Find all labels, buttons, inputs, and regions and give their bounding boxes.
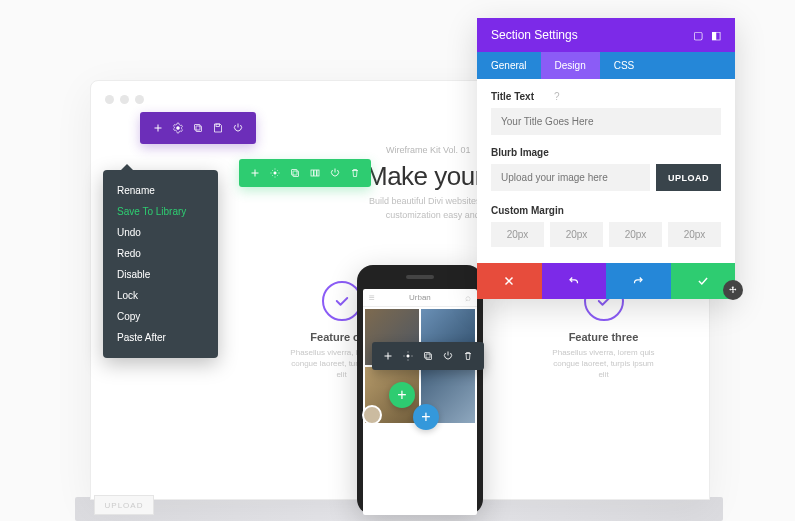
row-toolbar[interactable] [239, 159, 371, 187]
blurb-image-input[interactable] [491, 164, 650, 191]
margin-input-3[interactable]: 20px [668, 222, 721, 247]
settings-header[interactable]: Section Settings ▢ ◧ [477, 18, 735, 52]
add-icon[interactable] [378, 346, 398, 366]
trash-icon[interactable] [458, 346, 478, 366]
settings-footer [477, 263, 735, 299]
phone-search-text: Urban [409, 293, 431, 302]
context-menu[interactable]: RenameSave To LibraryUndoRedoDisableLock… [103, 170, 218, 358]
svg-rect-5 [293, 171, 299, 177]
margin-input-2[interactable]: 20px [609, 222, 662, 247]
section-toolbar[interactable] [140, 112, 256, 144]
svg-rect-11 [426, 354, 432, 360]
menu-icon[interactable]: ≡ [369, 292, 375, 303]
title-text-label: Title Text ? [491, 91, 721, 102]
svg-point-4 [274, 172, 277, 175]
custom-margin-label: Custom Margin [491, 205, 721, 216]
margin-inputs: 20px20px20px20px [491, 222, 721, 247]
context-menu-item-undo[interactable]: Undo [103, 222, 218, 243]
expand-icon[interactable]: ▢ [693, 29, 703, 42]
title-text-input[interactable] [491, 108, 721, 135]
add-row-button[interactable]: + [413, 404, 439, 430]
avatar [362, 405, 382, 425]
checkmark-circle-icon [322, 281, 362, 321]
feature-three-title: Feature three [548, 331, 659, 343]
tab-general[interactable]: General [477, 52, 541, 79]
upload-button[interactable]: UPLOAD [656, 164, 721, 191]
svg-rect-12 [425, 353, 431, 359]
settings-body: Title Text ? Blurb Image UPLOAD Custom M… [477, 79, 735, 263]
duplicate-icon[interactable] [418, 346, 438, 366]
svg-point-0 [177, 127, 180, 130]
undo-button[interactable] [542, 263, 607, 299]
power-icon[interactable] [438, 346, 458, 366]
save-icon[interactable] [208, 118, 228, 138]
settings-title: Section Settings [491, 28, 578, 42]
duplicate-icon[interactable] [285, 163, 305, 183]
window-traffic-lights [105, 95, 144, 104]
svg-rect-2 [195, 125, 201, 131]
add-module-button[interactable]: + [389, 382, 415, 408]
svg-point-10 [407, 355, 410, 358]
context-menu-item-disable[interactable]: Disable [103, 264, 218, 285]
context-menu-item-copy[interactable]: Copy [103, 306, 218, 327]
margin-input-0[interactable]: 20px [491, 222, 544, 247]
wireframe-kit-label: Wireframe Kit Vol. 01 [386, 145, 471, 155]
svg-rect-6 [292, 170, 298, 176]
power-icon[interactable] [325, 163, 345, 183]
svg-rect-9 [317, 170, 319, 176]
duplicate-icon[interactable] [188, 118, 208, 138]
context-menu-item-paste-after[interactable]: Paste After [103, 327, 218, 348]
svg-rect-8 [314, 170, 317, 176]
gear-icon[interactable] [168, 118, 188, 138]
svg-rect-1 [196, 126, 202, 132]
context-menu-item-rename[interactable]: Rename [103, 180, 218, 201]
module-toolbar[interactable] [372, 342, 484, 370]
context-menu-item-save-to-library[interactable]: Save To Library [103, 201, 218, 222]
snap-icon[interactable]: ◧ [711, 29, 721, 42]
feature-three-copy: Phasellus viverra, lorem quis congue lao… [548, 347, 659, 381]
margin-input-1[interactable]: 20px [550, 222, 603, 247]
context-menu-item-lock[interactable]: Lock [103, 285, 218, 306]
add-icon[interactable] [245, 163, 265, 183]
blurb-image-label: Blurb Image [491, 147, 721, 158]
power-icon[interactable] [228, 118, 248, 138]
tab-css[interactable]: CSS [600, 52, 649, 79]
svg-rect-7 [311, 170, 314, 176]
phone-mockup: ≡ Urban ⌕ [357, 265, 483, 515]
phone-searchbar[interactable]: ≡ Urban ⌕ [363, 289, 477, 307]
cancel-button[interactable] [477, 263, 542, 299]
columns-icon[interactable] [305, 163, 325, 183]
settings-tabs: GeneralDesignCSS [477, 52, 735, 79]
gear-icon[interactable] [265, 163, 285, 183]
gear-icon[interactable] [398, 346, 418, 366]
section-settings-panel: Section Settings ▢ ◧ GeneralDesignCSS Ti… [477, 18, 735, 299]
trash-icon[interactable] [345, 163, 365, 183]
tab-design[interactable]: Design [541, 52, 600, 79]
context-menu-item-redo[interactable]: Redo [103, 243, 218, 264]
redo-button[interactable] [606, 263, 671, 299]
help-icon[interactable]: ? [554, 91, 560, 102]
ghost-upload-button[interactable]: UPLOAD [94, 495, 154, 515]
drag-handle-icon[interactable] [723, 280, 743, 300]
add-icon[interactable] [148, 118, 168, 138]
search-icon[interactable]: ⌕ [465, 292, 471, 303]
phone-screen: ≡ Urban ⌕ [363, 289, 477, 515]
svg-rect-3 [216, 124, 220, 127]
